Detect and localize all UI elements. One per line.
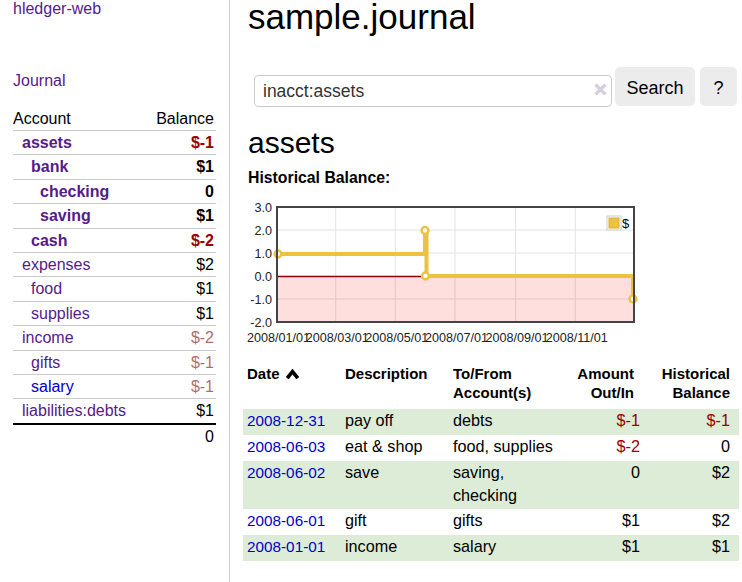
svg-text:2008/03/01: 2008/03/01 <box>306 331 369 345</box>
svg-text:1.0: 1.0 <box>254 247 272 261</box>
svg-text:2008/11/01: 2008/11/01 <box>546 331 608 345</box>
svg-text:3.0: 3.0 <box>254 201 272 215</box>
svg-text:-2.0: -2.0 <box>250 316 272 330</box>
svg-text:$: $ <box>622 216 630 231</box>
svg-text:2008/07/01: 2008/07/01 <box>425 331 488 345</box>
svg-text:0.0: 0.0 <box>254 270 272 284</box>
svg-text:2008/05/01: 2008/05/01 <box>365 331 428 345</box>
svg-text:2008/09/01: 2008/09/01 <box>486 331 549 345</box>
svg-text:-1.0: -1.0 <box>250 293 272 307</box>
svg-text:2.0: 2.0 <box>254 224 272 238</box>
svg-text:2008/01/01: 2008/01/01 <box>247 331 310 345</box>
